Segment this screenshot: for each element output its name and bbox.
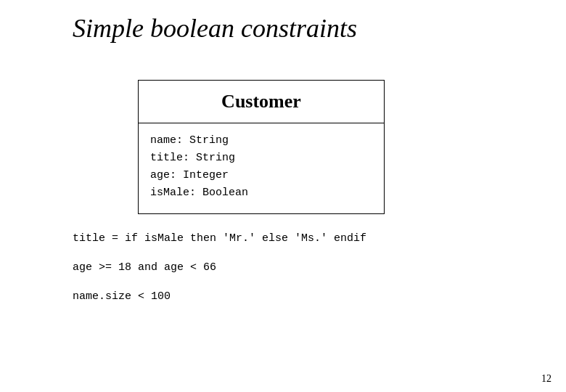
uml-attribute-ismale: isMale: Boolean	[150, 184, 372, 202]
constraint-age: age >= 18 and age < 66	[73, 260, 216, 277]
uml-attribute-name: name: String	[150, 132, 372, 150]
page-title: Simple boolean constraints	[73, 13, 357, 44]
constraint-name-size: name.size < 100	[73, 289, 171, 306]
uml-class-name: Customer	[139, 81, 384, 123]
constraint-title: title = if isMale then 'Mr.' else 'Ms.' …	[73, 231, 366, 248]
uml-attributes: name: String title: String age: Integer …	[139, 123, 384, 213]
uml-attribute-title: title: String	[150, 150, 372, 167]
uml-class-diagram: Customer name: String title: String age:…	[138, 80, 385, 214]
page-number: 12	[541, 373, 551, 385]
uml-attribute-age: age: Integer	[150, 167, 372, 184]
